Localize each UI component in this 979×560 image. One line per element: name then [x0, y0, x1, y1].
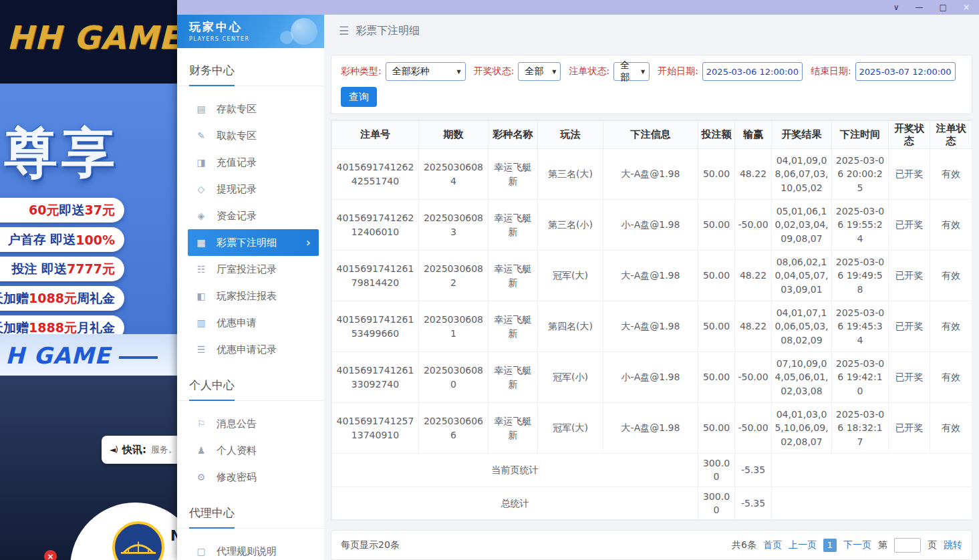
sidebar-item-recharge-records[interactable]: ◨充值记录: [177, 149, 324, 176]
recharge-icon: ◨: [196, 157, 206, 168]
search-button[interactable]: 查询: [341, 87, 377, 107]
draw-status-select[interactable]: 全部 ▼: [518, 62, 561, 81]
jump-button[interactable]: 跳转: [944, 539, 962, 551]
summary-empty: [772, 454, 972, 487]
sidebar-item-fund-records[interactable]: ◈资金记录: [177, 202, 324, 229]
report-icon: ◧: [196, 291, 206, 301]
summary-bet-total: 300.00: [698, 454, 735, 487]
sidebar-item-label: 优惠申请记录: [217, 343, 277, 356]
current-page[interactable]: 1: [823, 539, 837, 552]
banner-text: 户首存 即送: [8, 231, 76, 249]
sidebar-item-player-bet-report[interactable]: ◧玩家投注报表: [177, 283, 324, 309]
table-cell: 50.00: [698, 403, 735, 454]
window-dropdown-icon[interactable]: ∨: [893, 3, 899, 11]
sidebar-section-title: 个人中心: [177, 378, 324, 401]
page-jump-input[interactable]: [894, 538, 921, 553]
column-header: 彩种名称: [488, 121, 538, 149]
sidebar-item-withdrawal-records[interactable]: ◇提现记录: [177, 176, 324, 202]
doc-icon: ▢: [196, 546, 206, 557]
hgame-logo: H GAME: [5, 342, 158, 369]
table-cell: 已开奖: [889, 352, 930, 403]
window-minimize-icon[interactable]: —: [916, 3, 924, 11]
table-cell: 2025-03-06 19:49:58: [832, 251, 889, 301]
table-cell: -50.00: [735, 352, 772, 403]
sidebar-section-title-text: 财务中心: [189, 63, 235, 86]
start-date-input[interactable]: [702, 62, 803, 81]
banner-text: 天加赠: [0, 290, 29, 307]
promo-banner: 户首存 即送100%: [0, 227, 124, 252]
table-cell: 20250306083: [419, 200, 488, 251]
hall-icon: ☷: [196, 264, 206, 275]
table-cell: 第三名(大): [538, 149, 603, 200]
sidebar-item-promo-apply-records[interactable]: ☰优惠申请记录: [177, 336, 324, 363]
table-cell: 20250306066: [419, 403, 488, 454]
sidebar-item-profile[interactable]: ♟个人资料: [177, 437, 324, 464]
table-cell: 已开奖: [889, 200, 930, 251]
sidebar-item-withdraw-zone[interactable]: ✎取款专区: [177, 122, 324, 149]
total-count: 共6条: [732, 539, 756, 551]
page-title: 彩票下注明细: [356, 24, 420, 38]
deposit-icon: ▤: [196, 104, 206, 114]
table-cell: 401569174125713740910: [332, 403, 419, 454]
sidebar-item-label: 充值记录: [217, 156, 257, 169]
table-cell: 有效: [930, 251, 972, 301]
table-cell: 大-A盘@1.98: [603, 149, 698, 200]
sidebar-item-label: 取款专区: [217, 130, 257, 142]
window-maximize-icon[interactable]: □: [940, 3, 947, 11]
sidebar-item-hall-bet-records[interactable]: ☷厅室投注记录: [177, 256, 324, 283]
sidebar-title: 玩家中心: [189, 19, 324, 35]
table-cell: 48.22: [735, 251, 772, 301]
chevron-down-icon: ▼: [457, 69, 461, 75]
news-ticker-label: 快讯:: [122, 444, 146, 456]
table-cell: 05,01,06,10,02,03,04,09,08,07: [772, 200, 832, 251]
sidebar-item-promo-apply[interactable]: ▥优惠申请: [177, 309, 324, 336]
sidebar-item-deposit-zone[interactable]: ▤存款专区: [177, 96, 324, 122]
banner-text: 37元: [85, 202, 115, 219]
table-cell: 50.00: [698, 200, 735, 251]
lottery-type-select[interactable]: 全部彩种 ▼: [386, 62, 466, 81]
sidebar-item-lottery-bet-details[interactable]: ▦彩票下注明细›: [188, 229, 319, 256]
prev-page-link[interactable]: 上一页: [789, 539, 817, 551]
sidebar-item-messages[interactable]: ⚐消息公告: [177, 410, 324, 437]
table-cell: 07,10,09,04,05,06,01,02,03,08: [772, 352, 832, 403]
banner-text: 7777元: [67, 261, 115, 278]
start-date-label: 开始日期:: [658, 65, 698, 78]
column-header: 下注信息: [603, 121, 698, 149]
end-date-input[interactable]: [855, 62, 956, 81]
table-cell: 20250306082: [419, 251, 488, 301]
table-cell: 401569174126133092740: [332, 352, 419, 403]
table-cell: -50.00: [735, 200, 772, 251]
table-cell: 401569174126242551740: [332, 149, 419, 200]
column-header: 玩法: [538, 121, 603, 149]
bets-table-card: 注单号期数彩种名称玩法下注信息投注额输赢开奖结果下注时间开奖状态注单状态 401…: [331, 120, 972, 521]
banner-text: 即送: [59, 202, 85, 219]
sidebar-section-title-text: 代理中心: [189, 505, 235, 529]
sidebar-item-change-password[interactable]: ⚙修改密码: [177, 464, 324, 491]
table-cell: 401569174126212406010: [332, 200, 419, 251]
promo-banner: 60元 即送37元: [0, 198, 124, 223]
next-page-link[interactable]: 下一页: [843, 539, 871, 551]
sidebar-item-agent-rules[interactable]: ▢代理规则说明: [177, 538, 324, 560]
sidebar-section-title: 财务中心: [177, 63, 324, 86]
page-header: ☰ 彩票下注明细: [331, 15, 972, 47]
lottery-icon: ▦: [196, 237, 206, 248]
table-cell: 小-A盘@1.98: [603, 200, 698, 251]
first-page-link[interactable]: 首页: [763, 539, 782, 551]
banner-text: 周礼金: [77, 290, 115, 307]
menu-icon[interactable]: ☰: [339, 24, 349, 37]
sidebar-item-label: 消息公告: [217, 418, 257, 430]
column-header: 期数: [419, 121, 488, 149]
table-cell: 幸运飞艇新: [488, 149, 538, 200]
table-cell: 有效: [930, 301, 972, 352]
banner-text: 100%: [76, 233, 115, 247]
table-cell: 04,01,03,05,10,06,09,02,08,07: [772, 403, 832, 454]
table-cell: 小-A盘@1.98: [603, 352, 698, 403]
table-cell: 2025-03-06 19:42:10: [832, 352, 889, 403]
window-close-icon[interactable]: ×: [963, 3, 970, 11]
table-cell: 有效: [930, 352, 972, 403]
column-header: 开奖状态: [889, 121, 930, 149]
table-cell: 20250306084: [419, 149, 488, 200]
close-badge-icon[interactable]: ×: [44, 550, 57, 560]
cashout-icon: ◇: [196, 184, 206, 194]
bet-status-select[interactable]: 全部 ▼: [613, 62, 650, 81]
